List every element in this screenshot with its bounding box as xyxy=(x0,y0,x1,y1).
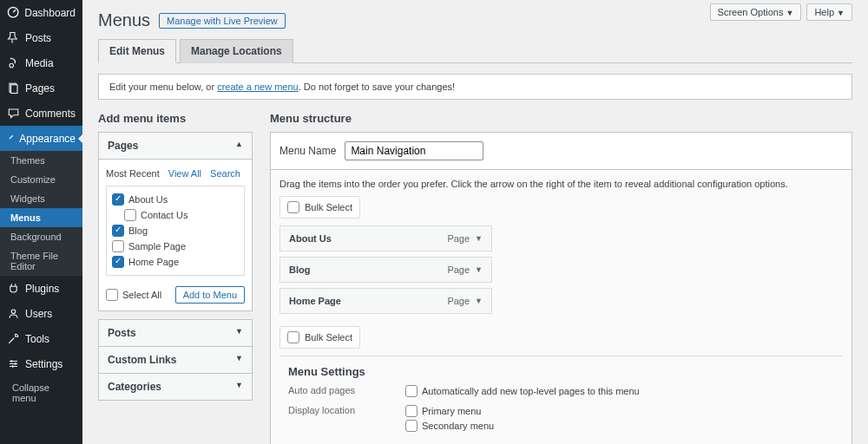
menu-item[interactable]: BlogPage▼ xyxy=(279,257,492,283)
settings-icon xyxy=(7,357,20,370)
check-about-us[interactable]: About Us xyxy=(112,192,239,207)
submenu-widgets[interactable]: Widgets xyxy=(0,189,82,208)
loc-label: Primary menu xyxy=(422,406,481,416)
title-text: Menus xyxy=(98,10,150,30)
add-to-menu-button[interactable]: Add to Menu xyxy=(175,286,245,304)
check-sample-page[interactable]: Sample Page xyxy=(112,238,239,254)
check-label: Sample Page xyxy=(128,241,186,251)
pages-panel: Pages▲ Most Recent View All Search About… xyxy=(98,132,253,311)
select-all-checkbox[interactable] xyxy=(106,289,118,301)
subtab-most-recent[interactable]: Most Recent xyxy=(106,168,160,179)
loc-primary[interactable]: Primary menu xyxy=(405,405,494,417)
bulk-checkbox[interactable] xyxy=(287,201,299,213)
sidebar-item-users[interactable]: Users xyxy=(0,301,82,326)
screen-options-button[interactable]: Screen Options ▼ xyxy=(710,3,802,21)
sidebar-item-settings[interactable]: Settings xyxy=(0,351,82,376)
submenu-theme-file-editor[interactable]: Theme File Editor xyxy=(0,246,82,276)
custom-links-panel-header[interactable]: Custom Links▼ xyxy=(98,346,253,374)
submenu-themes[interactable]: Themes xyxy=(0,151,82,170)
pages-panel-header[interactable]: Pages▲ xyxy=(99,133,252,160)
check-home-page[interactable]: Home Page xyxy=(112,254,239,270)
help-label: Help xyxy=(814,7,834,17)
appearance-submenu: Themes Customize Widgets Menus Backgroun… xyxy=(0,151,82,276)
user-icon xyxy=(7,307,20,320)
bulk-label: Bulk Select xyxy=(305,332,352,343)
checkbox[interactable] xyxy=(112,193,124,206)
chevron-down-icon: ▼ xyxy=(235,381,243,393)
sidebar-label: Tools xyxy=(25,333,49,345)
comment-icon xyxy=(7,107,20,120)
nav-tabs: Edit Menus Manage Locations xyxy=(98,39,852,63)
check-blog[interactable]: Blog xyxy=(112,223,239,238)
auto-add-option[interactable]: Automatically add new top-level pages to… xyxy=(405,385,640,397)
svg-point-4 xyxy=(11,310,16,314)
posts-panel-title: Posts xyxy=(108,327,136,339)
submenu-customize[interactable]: Customize xyxy=(0,170,82,189)
sidebar-item-media[interactable]: Media xyxy=(0,50,82,75)
check-label: Contact Us xyxy=(141,210,187,220)
notice-bar: Edit your menu below, or create a new me… xyxy=(98,74,852,100)
media-icon xyxy=(7,56,20,69)
chevron-up-icon: ▲ xyxy=(235,140,243,152)
display-location-key: Display location xyxy=(288,405,405,434)
sidebar-item-appearance[interactable]: Appearance xyxy=(0,126,82,151)
create-menu-link[interactable]: create a new menu xyxy=(217,82,299,92)
menu-item-label: Home Page xyxy=(289,296,341,306)
checkbox[interactable] xyxy=(112,240,124,252)
add-items-heading: Add menu items xyxy=(98,112,253,125)
sidebar-item-dashboard[interactable]: Dashboard xyxy=(0,0,82,25)
menu-item-label: About Us xyxy=(289,233,332,244)
checkbox[interactable] xyxy=(112,256,124,268)
chevron-down-icon: ▼ xyxy=(837,9,845,17)
sidebar-item-comments[interactable]: Comments xyxy=(0,101,82,126)
admin-sidebar: Dashboard Posts Media Pages Comments App… xyxy=(0,0,82,444)
checkbox[interactable] xyxy=(405,405,418,417)
submenu-background[interactable]: Background xyxy=(0,227,82,246)
check-contact-us[interactable]: Contact Us xyxy=(124,207,239,223)
subtab-view-all[interactable]: View All xyxy=(168,168,201,179)
chevron-down-icon: ▼ xyxy=(235,354,243,366)
menu-name-input[interactable] xyxy=(345,141,483,160)
sidebar-item-plugins[interactable]: Plugins xyxy=(0,276,82,301)
help-button[interactable]: Help ▼ xyxy=(806,3,852,21)
menu-item[interactable]: About UsPage▼ xyxy=(279,225,492,251)
menu-name-label: Menu Name xyxy=(279,145,336,157)
screen-options-label: Screen Options xyxy=(718,7,784,17)
posts-panel-header[interactable]: Posts▼ xyxy=(98,319,253,347)
live-preview-button[interactable]: Manage with Live Preview xyxy=(159,13,286,29)
loc-secondary[interactable]: Secondary menu xyxy=(405,420,494,432)
menu-structure-heading: Menu structure xyxy=(270,112,852,125)
auto-add-key: Auto add pages xyxy=(288,385,405,400)
menu-item-type: Page xyxy=(447,264,470,275)
sidebar-label: Pages xyxy=(25,82,55,95)
pages-icon xyxy=(7,82,20,95)
select-all[interactable]: Select All xyxy=(106,289,161,301)
sidebar-label: Plugins xyxy=(25,283,59,295)
check-label: Home Page xyxy=(128,257,179,267)
checkbox[interactable] xyxy=(124,209,136,221)
chevron-down-icon: ▼ xyxy=(786,9,793,17)
tab-edit-menus[interactable]: Edit Menus xyxy=(98,39,176,63)
svg-rect-3 xyxy=(11,85,18,94)
bulk-select-bottom[interactable]: Bulk Select xyxy=(279,326,360,349)
bulk-select-top[interactable]: Bulk Select xyxy=(279,196,360,219)
menu-item[interactable]: Home PagePage▼ xyxy=(279,288,492,314)
checkbox[interactable] xyxy=(112,225,124,237)
sidebar-item-posts[interactable]: Posts xyxy=(0,25,82,50)
checkbox[interactable] xyxy=(405,420,418,432)
collapse-menu[interactable]: Collapse menu xyxy=(0,376,82,409)
categories-panel-header[interactable]: Categories▼ xyxy=(98,373,253,401)
sidebar-label: Comments xyxy=(25,108,76,120)
submenu-menus[interactable]: Menus xyxy=(0,208,82,227)
brush-icon xyxy=(7,132,14,145)
bulk-checkbox[interactable] xyxy=(287,331,299,343)
sidebar-label: Appearance xyxy=(19,133,76,145)
tab-manage-locations[interactable]: Manage Locations xyxy=(180,39,293,63)
sidebar-item-tools[interactable]: Tools xyxy=(0,326,82,351)
sidebar-item-pages[interactable]: Pages xyxy=(0,75,82,101)
menu-item-label: Blog xyxy=(289,264,310,275)
auto-add-label: Automatically add new top-level pages to… xyxy=(422,386,640,396)
tool-icon xyxy=(7,332,20,345)
subtab-search[interactable]: Search xyxy=(210,168,240,179)
checkbox[interactable] xyxy=(405,385,418,397)
